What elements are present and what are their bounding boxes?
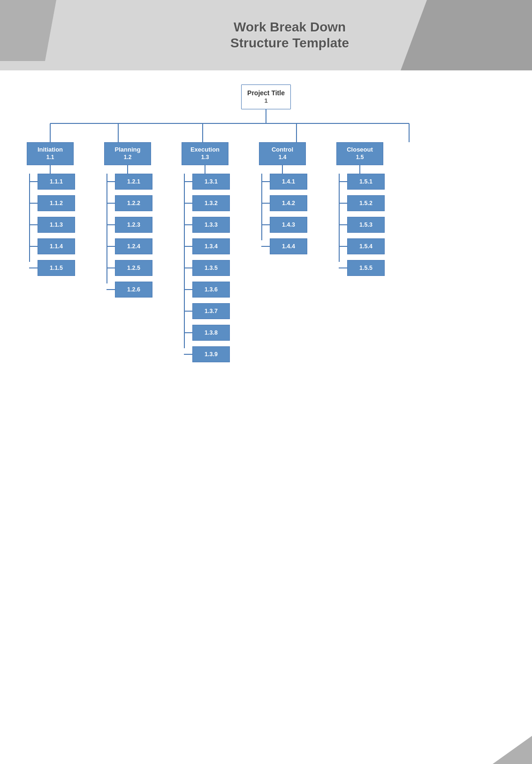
leaf-item: 1.1.2 [29, 195, 75, 211]
planning-v-conn [127, 165, 128, 174]
leaf-1-3-8: 1.3.8 [192, 325, 230, 341]
leaf-item: 1.3.7 [184, 303, 230, 319]
leaf-1-1-3: 1.1.3 [38, 217, 75, 233]
leaf-item: 1.5.3 [339, 217, 385, 233]
wbs-container: Project Title 1 Initiation 1.1 [0, 70, 532, 381]
col-execution: Execution 1.3 1.3.1 1.3.2 [175, 142, 236, 362]
header-title-block: Work Break Down Structure Template [230, 19, 349, 51]
leaf-item: 1.3.9 [184, 346, 230, 362]
leaf-item: 1.4.4 [261, 238, 307, 254]
leaf-item: 1.2.1 [106, 174, 152, 190]
root-node: Project Title 1 [241, 84, 291, 109]
leaf-1-2-1: 1.2.1 [115, 174, 152, 190]
top-connectors-svg [20, 123, 512, 142]
node-control: Control 1.4 [259, 142, 306, 165]
leaf-item: 1.3.1 [184, 174, 230, 190]
leaf-1-3-4: 1.3.4 [192, 238, 230, 254]
root-v-connector [266, 109, 266, 123]
leaf-1-1-2: 1.1.2 [38, 195, 75, 211]
leaf-1-2-5: 1.2.5 [115, 260, 152, 276]
leaf-1-3-5: 1.3.5 [192, 260, 230, 276]
closeout-branch-line [339, 174, 340, 262]
leaf-1-1-5: 1.1.5 [38, 260, 75, 276]
leaf-h-connector [29, 181, 38, 182]
leaf-1-5-2: 1.5.2 [347, 195, 385, 211]
leaf-item: 1.2.3 [106, 217, 152, 233]
leaf-item: 1.3.8 [184, 325, 230, 341]
leaf-item: 1.1.4 [29, 238, 75, 254]
leaf-1-2-4: 1.2.4 [115, 238, 152, 254]
leaf-item: 1.3.6 [184, 282, 230, 298]
leaf-item: 1.5.5 [339, 260, 385, 276]
leaf-item: 1.1.1 [29, 174, 75, 190]
leaf-h-connector [29, 246, 38, 247]
node-execution: Execution 1.3 [182, 142, 228, 165]
leaf-1-1-4: 1.1.4 [38, 238, 75, 254]
leaf-item: 1.5.2 [339, 195, 385, 211]
leaf-1-3-7: 1.3.7 [192, 303, 230, 319]
leaf-item: 1.5.1 [339, 174, 385, 190]
leaf-1-3-6: 1.3.6 [192, 282, 230, 298]
root-section: Project Title 1 [241, 84, 291, 123]
node-planning: Planning 1.2 [104, 142, 151, 165]
leaf-item: 1.3.5 [184, 260, 230, 276]
execution-v-conn [205, 165, 205, 174]
main-diagram: Initiation 1.1 1.1.1 1.1.2 [20, 123, 512, 362]
leaf-item: 1.4.3 [261, 217, 307, 233]
control-v-conn [282, 165, 283, 174]
col-initiation: Initiation 1.1 1.1.1 1.1.2 [20, 142, 81, 275]
leaf-1-2-3: 1.2.3 [115, 217, 152, 233]
header-title: Work Break Down Structure Template [230, 19, 349, 51]
leaf-h-connector [29, 203, 38, 204]
leaf-1-5-5: 1.5.5 [347, 260, 385, 276]
leaf-item: 1.4.2 [261, 195, 307, 211]
leaf-item: 1.2.2 [106, 195, 152, 211]
control-leaves: 1.4.1 1.4.2 1.4.3 1.4.4 [252, 174, 313, 254]
leaf-1-3-2: 1.3.2 [192, 195, 230, 211]
node-initiation: Initiation 1.1 [27, 142, 74, 165]
execution-leaves: 1.3.1 1.3.2 1.3.3 1.3.4 [175, 174, 236, 362]
leaf-1-2-6: 1.2.6 [115, 282, 152, 298]
leaf-item: 1.3.3 [184, 217, 230, 233]
leaf-item: 1.1.5 [29, 260, 75, 276]
header-banner: Work Break Down Structure Template [0, 0, 532, 70]
leaf-1-3-3: 1.3.3 [192, 217, 230, 233]
leaf-item: 1.2.5 [106, 260, 152, 276]
header-shape-right [401, 0, 532, 70]
col-planning: Planning 1.2 1.2.1 1.2.2 [97, 142, 158, 297]
leaf-1-2-2: 1.2.2 [115, 195, 152, 211]
col-closeout: Closeout 1.5 1.5.1 1.5.2 [329, 142, 390, 275]
leaf-1-4-3: 1.4.3 [270, 217, 307, 233]
closeout-v-conn [359, 165, 360, 174]
leaf-item: 1.1.3 [29, 217, 75, 233]
leaf-1-1-1: 1.1.1 [38, 174, 75, 190]
leaf-1-4-4: 1.4.4 [270, 238, 307, 254]
control-branch-line [261, 174, 262, 240]
col-control: Control 1.4 1.4.1 1.4.2 [252, 142, 313, 254]
leaf-1-4-1: 1.4.1 [270, 174, 307, 190]
footer-shape [476, 736, 532, 764]
execution-branch-line [184, 174, 185, 348]
closeout-leaves: 1.5.1 1.5.2 1.5.3 1.5.4 [329, 174, 390, 276]
node-closeout: Closeout 1.5 [336, 142, 383, 165]
leaf-h-connector [29, 267, 38, 268]
leaf-1-3-1: 1.3.1 [192, 174, 230, 190]
leaf-item: 1.4.1 [261, 174, 307, 190]
planning-leaves: 1.2.1 1.2.2 1.2.3 1.2.4 [97, 174, 158, 298]
leaf-1-5-1: 1.5.1 [347, 174, 385, 190]
columns-container: Initiation 1.1 1.1.1 1.1.2 [20, 142, 512, 362]
leaf-item: 1.3.2 [184, 195, 230, 211]
leaf-1-5-4: 1.5.4 [347, 238, 385, 254]
initiation-leaves: 1.1.1 1.1.2 1.1.3 1.1.4 [20, 174, 81, 276]
header-shape-left [0, 0, 56, 61]
leaf-item: 1.5.4 [339, 238, 385, 254]
leaf-1-4-2: 1.4.2 [270, 195, 307, 211]
planning-branch-line [106, 174, 107, 283]
leaf-h-connector [29, 224, 38, 225]
leaf-item: 1.2.6 [106, 282, 152, 298]
initiation-branch-line [29, 174, 30, 262]
initiation-v-conn [50, 165, 51, 174]
leaf-1-5-3: 1.5.3 [347, 217, 385, 233]
leaf-item: 1.2.4 [106, 238, 152, 254]
leaf-1-3-9: 1.3.9 [192, 346, 230, 362]
